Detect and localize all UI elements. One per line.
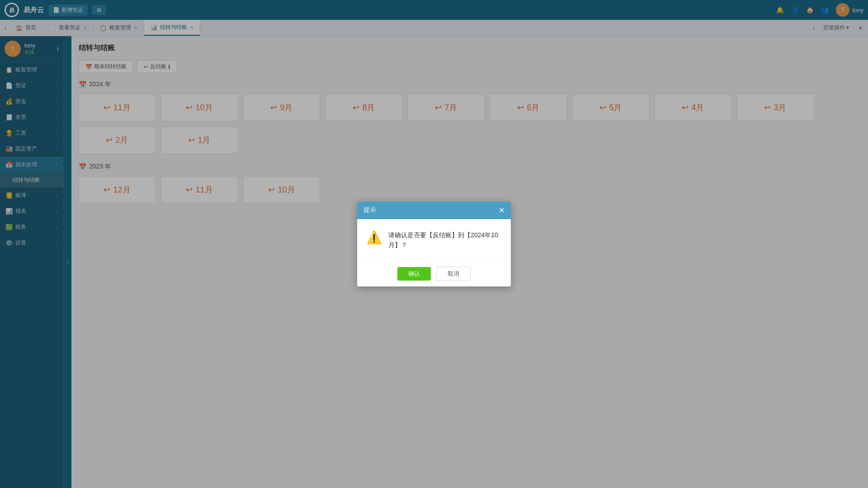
- dialog-message: 请确认是否要【反结账】到【2024年10月】？: [388, 230, 502, 250]
- dialog-body: ⚠️ 请确认是否要【反结账】到【2024年10月】？: [357, 219, 511, 261]
- warning-icon: ⚠️: [366, 230, 382, 245]
- dialog-header: 提示 ✕: [357, 202, 511, 219]
- dialog-overlay: 提示 ✕ ⚠️ 请确认是否要【反结账】到【2024年10月】？ 确认 取消: [0, 0, 868, 488]
- dialog-cancel-button[interactable]: 取消: [436, 267, 471, 281]
- confirm-dialog: 提示 ✕ ⚠️ 请确认是否要【反结账】到【2024年10月】？ 确认 取消: [357, 202, 511, 287]
- dialog-confirm-button[interactable]: 确认: [397, 267, 431, 281]
- dialog-title: 提示: [363, 206, 376, 214]
- dialog-close-button[interactable]: ✕: [499, 206, 505, 215]
- dialog-footer: 确认 取消: [357, 261, 511, 286]
